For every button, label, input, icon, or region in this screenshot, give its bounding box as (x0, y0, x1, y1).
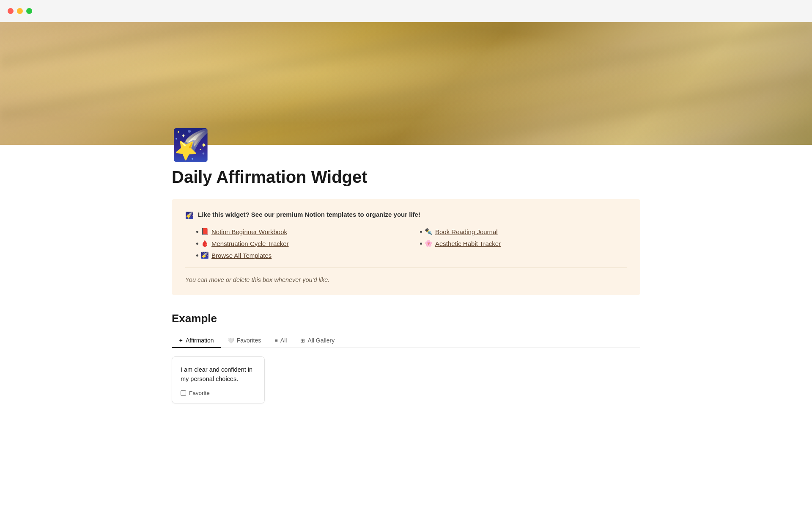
card-text: I am clear and confident in my personal … (181, 365, 256, 384)
tab-all[interactable]: ≡ All (268, 334, 294, 348)
page-icon: 🌠 (172, 130, 640, 160)
tab-favorites[interactable]: 🤍 Favorites (221, 334, 268, 348)
example-heading: Example (172, 312, 640, 325)
all-gallery-tab-label: All Gallery (307, 337, 335, 344)
bullet-dot (196, 231, 198, 233)
callout-note: You can move or delete this box whenever… (185, 276, 627, 283)
favorite-label: Favorite (189, 390, 210, 396)
callout-header: 🌠 Like this widget? See our premium Noti… (185, 211, 627, 219)
all-gallery-tab-icon: ⊞ (300, 337, 305, 344)
tab-affirmation[interactable]: ✦ Affirmation (172, 334, 221, 348)
maximize-button[interactable] (26, 8, 32, 14)
list-item: 🩸 Menstruation Cycle Tracker (196, 240, 403, 247)
callout-links-left: 📕 Notion Beginner Workbook 🩸 Menstruatio… (196, 228, 403, 259)
all-tab-label: All (280, 337, 287, 344)
bullet-dot (196, 243, 198, 245)
favorites-tab-label: Favorites (237, 337, 261, 344)
menstruation-cycle-tracker-link[interactable]: Menstruation Cycle Tracker (211, 240, 289, 247)
cover-image (0, 22, 812, 145)
callout-icon: 🌠 (185, 211, 194, 219)
affirmation-tab-label: Affirmation (186, 337, 214, 344)
list-item: ✒️ Book Reading Journal (420, 228, 627, 235)
bullet-dot (196, 254, 198, 257)
callout-header-text: Like this widget? See our premium Notion… (198, 211, 420, 218)
tab-all-gallery[interactable]: ⊞ All Gallery (294, 334, 341, 348)
callout-links-grid: 📕 Notion Beginner Workbook 🩸 Menstruatio… (185, 228, 627, 259)
list-item: 📕 Notion Beginner Workbook (196, 228, 403, 235)
callout-box: 🌠 Like this widget? See our premium Noti… (172, 199, 640, 295)
callout-divider (185, 268, 627, 268)
close-button[interactable] (8, 8, 14, 14)
titlebar (0, 0, 812, 22)
book-reading-journal-link[interactable]: Book Reading Journal (435, 228, 498, 235)
favorites-tab-icon: 🤍 (228, 337, 234, 344)
link-icon-2: 🩸 (201, 240, 209, 247)
affirmation-card: I am clear and confident in my personal … (172, 356, 265, 403)
list-item: 🌠 Browse All Templates (196, 251, 403, 259)
browse-all-templates-link[interactable]: Browse All Templates (211, 252, 272, 259)
bullet-dot (420, 231, 422, 233)
link-icon-3: 🌠 (201, 251, 209, 259)
list-item: 🌸 Aesthetic Habit Tracker (420, 240, 627, 247)
page-content: 🌠 Daily Affirmation Widget 🌠 Like this w… (131, 130, 681, 403)
all-tab-icon: ≡ (274, 337, 278, 344)
minimize-button[interactable] (17, 8, 23, 14)
favorite-checkbox[interactable] (181, 390, 186, 396)
tabs-bar: ✦ Affirmation 🤍 Favorites ≡ All ⊞ All Ga… (172, 334, 640, 348)
affirmation-tab-icon: ✦ (178, 337, 183, 344)
notion-beginner-workbook-link[interactable]: Notion Beginner Workbook (211, 228, 287, 235)
page-title: Daily Affirmation Widget (172, 167, 640, 187)
bullet-dot (420, 243, 422, 245)
link-icon-1: 📕 (201, 228, 209, 235)
aesthetic-habit-tracker-link[interactable]: Aesthetic Habit Tracker (435, 240, 501, 247)
link-icon-4: ✒️ (425, 228, 433, 235)
link-icon-5: 🌸 (425, 240, 433, 247)
callout-links-right: ✒️ Book Reading Journal 🌸 Aesthetic Habi… (420, 228, 627, 259)
favorite-checkbox-row: Favorite (181, 390, 256, 396)
